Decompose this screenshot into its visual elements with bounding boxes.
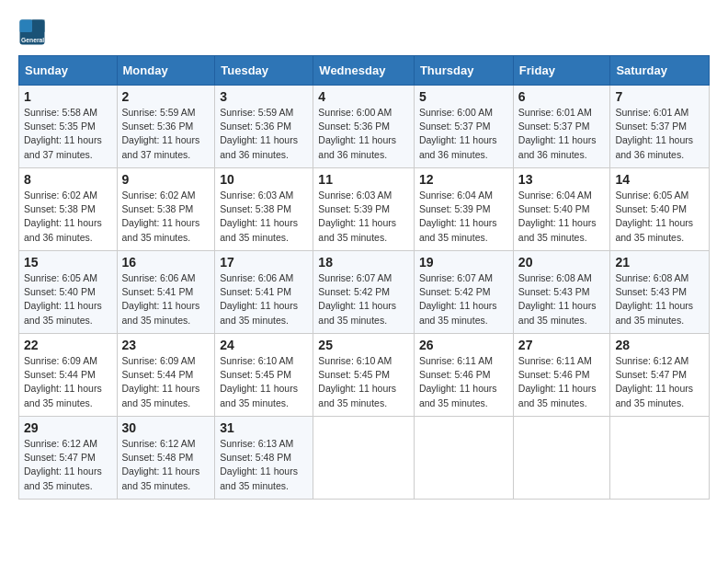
day-number: 8 (24, 172, 112, 187)
day-info: Sunrise: 5:59 AM Sunset: 5:36 PM Dayligh… (220, 106, 308, 162)
calendar-cell (513, 417, 610, 500)
calendar-cell: 6Sunrise: 6:01 AM Sunset: 5:37 PM Daylig… (513, 86, 610, 168)
day-number: 20 (518, 255, 606, 270)
day-info: Sunrise: 6:05 AM Sunset: 5:40 PM Dayligh… (615, 189, 704, 245)
calendar-body: 1Sunrise: 5:58 AM Sunset: 5:35 PM Daylig… (19, 86, 710, 500)
calendar-cell: 14Sunrise: 6:05 AM Sunset: 5:40 PM Dayli… (610, 168, 710, 251)
calendar-cell: 12Sunrise: 6:04 AM Sunset: 5:39 PM Dayli… (414, 168, 513, 251)
weekday-header: Saturday (610, 56, 710, 86)
weekday-header: Monday (117, 56, 215, 86)
day-number: 15 (24, 255, 112, 270)
calendar-cell (313, 417, 415, 500)
calendar-cell: 16Sunrise: 6:06 AM Sunset: 5:41 PM Dayli… (117, 251, 215, 334)
day-number: 3 (220, 89, 308, 104)
day-number: 7 (615, 89, 704, 104)
calendar-cell: 10Sunrise: 6:03 AM Sunset: 5:38 PM Dayli… (215, 168, 313, 251)
weekday-header: Tuesday (215, 56, 313, 86)
svg-text:General: General (21, 37, 44, 43)
day-number: 19 (419, 255, 508, 270)
calendar-cell: 31Sunrise: 6:13 AM Sunset: 5:48 PM Dayli… (215, 417, 313, 500)
day-number: 1 (24, 89, 112, 104)
calendar-cell (610, 417, 710, 500)
logo-icon: General (18, 18, 46, 46)
calendar-row: 29Sunrise: 6:12 AM Sunset: 5:47 PM Dayli… (19, 417, 710, 500)
calendar-cell: 19Sunrise: 6:07 AM Sunset: 5:42 PM Dayli… (414, 251, 513, 334)
calendar-row: 15Sunrise: 6:05 AM Sunset: 5:40 PM Dayli… (19, 251, 710, 334)
day-number: 25 (318, 338, 409, 352)
day-number: 22 (24, 338, 112, 352)
calendar-cell: 28Sunrise: 6:12 AM Sunset: 5:47 PM Dayli… (610, 334, 710, 417)
calendar-cell: 30Sunrise: 6:12 AM Sunset: 5:48 PM Dayli… (117, 417, 215, 500)
day-info: Sunrise: 6:09 AM Sunset: 5:44 PM Dayligh… (122, 354, 210, 410)
day-number: 23 (122, 338, 210, 352)
day-number: 29 (24, 420, 112, 435)
calendar-cell: 7Sunrise: 6:01 AM Sunset: 5:37 PM Daylig… (610, 86, 710, 168)
day-number: 27 (518, 338, 606, 352)
calendar-cell: 2Sunrise: 5:59 AM Sunset: 5:36 PM Daylig… (117, 86, 215, 168)
calendar-cell: 17Sunrise: 6:06 AM Sunset: 5:41 PM Dayli… (215, 251, 313, 334)
calendar-table: SundayMondayTuesdayWednesdayThursdayFrid… (18, 55, 710, 500)
day-number: 16 (122, 255, 210, 270)
calendar-header: SundayMondayTuesdayWednesdayThursdayFrid… (19, 56, 710, 86)
day-info: Sunrise: 6:00 AM Sunset: 5:36 PM Dayligh… (318, 106, 409, 162)
day-number: 31 (220, 420, 308, 435)
calendar-cell: 11Sunrise: 6:03 AM Sunset: 5:39 PM Dayli… (313, 168, 415, 251)
calendar-cell: 26Sunrise: 6:11 AM Sunset: 5:46 PM Dayli… (414, 334, 513, 417)
day-info: Sunrise: 6:02 AM Sunset: 5:38 PM Dayligh… (24, 189, 112, 245)
logo: General (18, 18, 51, 46)
day-info: Sunrise: 5:58 AM Sunset: 5:35 PM Dayligh… (24, 106, 112, 162)
day-number: 9 (122, 172, 210, 187)
day-info: Sunrise: 6:07 AM Sunset: 5:42 PM Dayligh… (419, 271, 508, 327)
day-number: 6 (518, 89, 606, 104)
day-info: Sunrise: 6:04 AM Sunset: 5:39 PM Dayligh… (419, 189, 508, 245)
svg-rect-1 (20, 20, 33, 33)
day-info: Sunrise: 6:13 AM Sunset: 5:48 PM Dayligh… (220, 437, 308, 493)
calendar-cell: 13Sunrise: 6:04 AM Sunset: 5:40 PM Dayli… (513, 168, 610, 251)
weekday-header: Sunday (19, 56, 118, 86)
day-info: Sunrise: 6:00 AM Sunset: 5:37 PM Dayligh… (419, 106, 508, 162)
day-info: Sunrise: 6:12 AM Sunset: 5:47 PM Dayligh… (615, 354, 704, 410)
day-info: Sunrise: 6:02 AM Sunset: 5:38 PM Dayligh… (122, 189, 210, 245)
day-info: Sunrise: 6:10 AM Sunset: 5:45 PM Dayligh… (220, 354, 308, 410)
calendar-cell: 4Sunrise: 6:00 AM Sunset: 5:36 PM Daylig… (313, 86, 415, 168)
day-number: 5 (419, 89, 508, 104)
day-info: Sunrise: 6:01 AM Sunset: 5:37 PM Dayligh… (615, 106, 704, 162)
day-number: 11 (318, 172, 409, 187)
calendar-cell: 15Sunrise: 6:05 AM Sunset: 5:40 PM Dayli… (19, 251, 118, 334)
calendar-cell: 3Sunrise: 5:59 AM Sunset: 5:36 PM Daylig… (215, 86, 313, 168)
day-number: 17 (220, 255, 308, 270)
day-info: Sunrise: 5:59 AM Sunset: 5:36 PM Dayligh… (122, 106, 210, 162)
day-number: 10 (220, 172, 308, 187)
day-info: Sunrise: 6:01 AM Sunset: 5:37 PM Dayligh… (518, 106, 606, 162)
calendar-cell: 29Sunrise: 6:12 AM Sunset: 5:47 PM Dayli… (19, 417, 118, 500)
calendar-cell: 1Sunrise: 5:58 AM Sunset: 5:35 PM Daylig… (19, 86, 118, 168)
day-info: Sunrise: 6:07 AM Sunset: 5:42 PM Dayligh… (318, 271, 409, 327)
day-info: Sunrise: 6:11 AM Sunset: 5:46 PM Dayligh… (518, 354, 606, 410)
day-info: Sunrise: 6:08 AM Sunset: 5:43 PM Dayligh… (518, 271, 606, 327)
day-number: 14 (615, 172, 704, 187)
day-info: Sunrise: 6:11 AM Sunset: 5:46 PM Dayligh… (419, 354, 508, 410)
day-info: Sunrise: 6:06 AM Sunset: 5:41 PM Dayligh… (122, 271, 210, 327)
day-info: Sunrise: 6:06 AM Sunset: 5:41 PM Dayligh… (220, 271, 308, 327)
calendar-cell: 18Sunrise: 6:07 AM Sunset: 5:42 PM Dayli… (313, 251, 415, 334)
weekday-header: Wednesday (313, 56, 415, 86)
day-number: 30 (122, 420, 210, 435)
weekday-header: Thursday (414, 56, 513, 86)
calendar-cell: 23Sunrise: 6:09 AM Sunset: 5:44 PM Dayli… (117, 334, 215, 417)
calendar-cell: 20Sunrise: 6:08 AM Sunset: 5:43 PM Dayli… (513, 251, 610, 334)
day-number: 13 (518, 172, 606, 187)
day-info: Sunrise: 6:05 AM Sunset: 5:40 PM Dayligh… (24, 271, 112, 327)
calendar-cell: 8Sunrise: 6:02 AM Sunset: 5:38 PM Daylig… (19, 168, 118, 251)
calendar-row: 1Sunrise: 5:58 AM Sunset: 5:35 PM Daylig… (19, 86, 710, 168)
calendar-row: 8Sunrise: 6:02 AM Sunset: 5:38 PM Daylig… (19, 168, 710, 251)
calendar-cell: 5Sunrise: 6:00 AM Sunset: 5:37 PM Daylig… (414, 86, 513, 168)
day-number: 26 (419, 338, 508, 352)
calendar-cell: 21Sunrise: 6:08 AM Sunset: 5:43 PM Dayli… (610, 251, 710, 334)
calendar-cell: 27Sunrise: 6:11 AM Sunset: 5:46 PM Dayli… (513, 334, 610, 417)
calendar-cell: 25Sunrise: 6:10 AM Sunset: 5:45 PM Dayli… (313, 334, 415, 417)
calendar-cell: 9Sunrise: 6:02 AM Sunset: 5:38 PM Daylig… (117, 168, 215, 251)
day-number: 21 (615, 255, 704, 270)
day-number: 4 (318, 89, 409, 104)
day-info: Sunrise: 6:08 AM Sunset: 5:43 PM Dayligh… (615, 271, 704, 327)
day-info: Sunrise: 6:03 AM Sunset: 5:38 PM Dayligh… (220, 189, 308, 245)
